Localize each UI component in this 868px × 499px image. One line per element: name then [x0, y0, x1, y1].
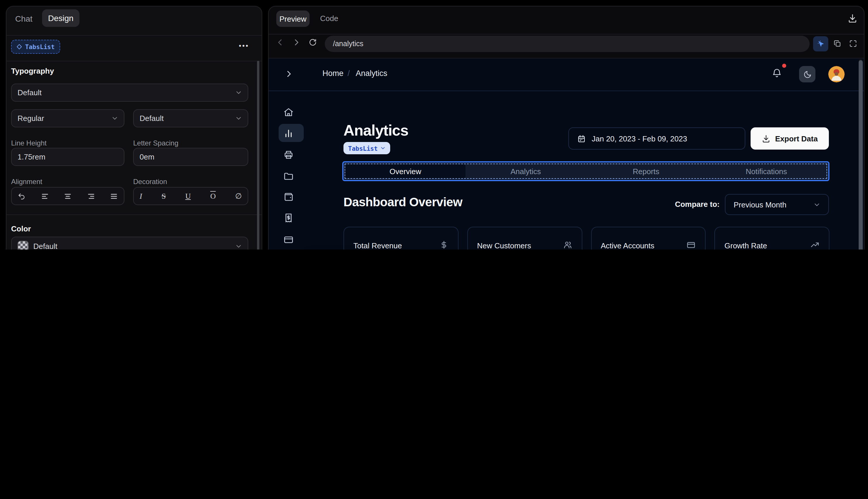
divider	[7, 61, 262, 61]
decoration-group: I S U O ∅	[133, 187, 248, 205]
alignment-label: Alignment	[11, 178, 42, 186]
stat-card-new-customers: New Customers 2,350 +180.1% from last mo…	[467, 227, 582, 250]
section-title: Dashboard Overview	[344, 195, 462, 209]
color-select[interactable]: Default	[11, 236, 248, 250]
breadcrumb-current: Analytics	[356, 69, 387, 78]
badge-label: TabsList	[348, 145, 377, 151]
line-height-value: 1.75rem	[17, 153, 45, 161]
chevron-down-icon	[235, 89, 242, 96]
export-data-button[interactable]: Export Data	[751, 127, 829, 149]
export-label: Export Data	[775, 134, 818, 143]
font-family-value: Default	[17, 88, 41, 97]
tab-design[interactable]: Design	[42, 9, 79, 27]
bell-icon[interactable]	[772, 68, 782, 78]
align-center-icon[interactable]	[64, 192, 72, 200]
sidebar-billing-icon[interactable]	[283, 234, 294, 245]
pointer-icon	[816, 39, 825, 48]
sidebar-home-icon[interactable]	[283, 107, 294, 118]
sidebar-folder-icon[interactable]	[283, 171, 294, 181]
download-icon	[762, 134, 770, 143]
tabs-list: Overview Analytics Reports Notifications	[342, 161, 829, 181]
dollar-icon	[439, 240, 449, 250]
font-weight-select[interactable]: Regular	[11, 109, 124, 127]
breadcrumb-separator: /	[348, 69, 350, 78]
inspect-pointer-button[interactable]	[813, 36, 828, 51]
line-height-label: Line Height	[11, 139, 47, 147]
chevron-down-icon	[235, 115, 242, 122]
tab-overview[interactable]: Overview	[345, 164, 466, 178]
align-right-icon[interactable]	[87, 192, 95, 200]
tab-chat[interactable]: Chat	[15, 12, 33, 26]
divider	[269, 34, 864, 35]
alignment-group	[11, 187, 124, 205]
refresh-icon[interactable]	[308, 38, 317, 47]
chevron-down-icon	[112, 115, 118, 122]
design-panel: Chat Design TabsList ••• Typography Defa…	[6, 6, 262, 250]
overline-icon[interactable]: O	[210, 191, 216, 201]
preview-panel: Preview Code /analytics Home / Analytics	[268, 6, 865, 250]
stat-title: New Customers	[477, 241, 572, 250]
component-diamond-icon	[16, 44, 22, 50]
v0-workspace: Chat Design TabsList ••• Typography Defa…	[0, 0, 868, 250]
chevron-down-icon	[380, 146, 385, 151]
url-value: /analytics	[333, 40, 363, 48]
stat-card-total-revenue: Total Revenue $45,231.89 +20.1% from las…	[344, 227, 459, 250]
divider	[7, 215, 262, 215]
theme-toggle-button[interactable]	[799, 66, 816, 82]
user-avatar[interactable]	[828, 66, 845, 82]
url-input[interactable]: /analytics	[325, 36, 809, 52]
stat-title: Active Accounts	[601, 241, 696, 250]
selected-component-badge[interactable]: TabsList	[344, 142, 390, 154]
font-family-select[interactable]: Default	[11, 84, 248, 102]
tab-analytics[interactable]: Analytics	[466, 164, 586, 178]
strikethrough-icon[interactable]: S	[162, 191, 165, 201]
users-icon	[563, 240, 572, 250]
stats-row: Total Revenue $45,231.89 +20.1% from las…	[344, 227, 829, 250]
page-title: Analytics	[344, 122, 408, 139]
sidebar-printer-icon[interactable]	[283, 149, 294, 160]
selected-component-chip[interactable]: TabsList	[11, 40, 60, 54]
date-range-button[interactable]: Jan 20, 2023 - Feb 09, 2023	[568, 127, 745, 149]
app-scrollbar-thumb[interactable]	[859, 60, 863, 250]
line-height-input[interactable]: 1.75rem	[11, 148, 124, 166]
align-left-icon[interactable]	[41, 192, 49, 200]
sidebar-receipt-icon[interactable]	[283, 213, 294, 223]
letter-spacing-input[interactable]: 0em	[133, 148, 248, 166]
underline-icon[interactable]: U	[185, 191, 191, 201]
color-section-label: Color	[11, 224, 31, 233]
app-preview: Home / Analytics Member	[269, 58, 864, 250]
typography-section-label: Typography	[11, 66, 54, 75]
letter-spacing-value: 0em	[140, 153, 154, 161]
tab-notifications[interactable]: Notifications	[706, 164, 827, 178]
compare-to-label: Compare to:	[619, 194, 720, 215]
nav-forward-icon[interactable]	[292, 38, 301, 47]
stat-title: Total Revenue	[354, 241, 449, 250]
undo-icon[interactable]	[17, 192, 26, 200]
italic-icon[interactable]: I	[140, 191, 142, 201]
font-weight-value: Regular	[17, 114, 44, 123]
font-size-select[interactable]: Default	[133, 109, 248, 127]
compare-value: Previous Month	[734, 200, 786, 209]
decoration-label: Decoration	[133, 178, 167, 186]
breadcrumb-home[interactable]: Home	[322, 69, 344, 78]
tab-preview[interactable]: Preview	[276, 11, 310, 27]
align-justify-icon[interactable]	[110, 192, 118, 200]
panel-scrollbar[interactable]	[257, 61, 259, 250]
chevron-down-icon	[235, 243, 242, 249]
more-options-button[interactable]: •••	[239, 42, 249, 49]
nav-back-icon[interactable]	[276, 38, 284, 47]
tab-reports[interactable]: Reports	[586, 164, 706, 178]
divider	[269, 90, 864, 91]
no-decoration-icon[interactable]: ∅	[235, 191, 242, 201]
copy-icon[interactable]	[833, 39, 842, 48]
font-size-value: Default	[140, 114, 163, 123]
notification-dot	[782, 64, 786, 68]
sidebar-expand-icon[interactable]	[284, 70, 293, 78]
sidebar-wallet-icon[interactable]	[283, 192, 294, 202]
compare-select[interactable]: Previous Month	[725, 194, 829, 215]
tab-code[interactable]: Code	[320, 14, 338, 23]
divider	[7, 35, 262, 36]
download-icon[interactable]	[847, 13, 857, 23]
fullscreen-icon[interactable]	[849, 39, 857, 48]
sidebar-analytics-icon[interactable]	[283, 128, 294, 138]
